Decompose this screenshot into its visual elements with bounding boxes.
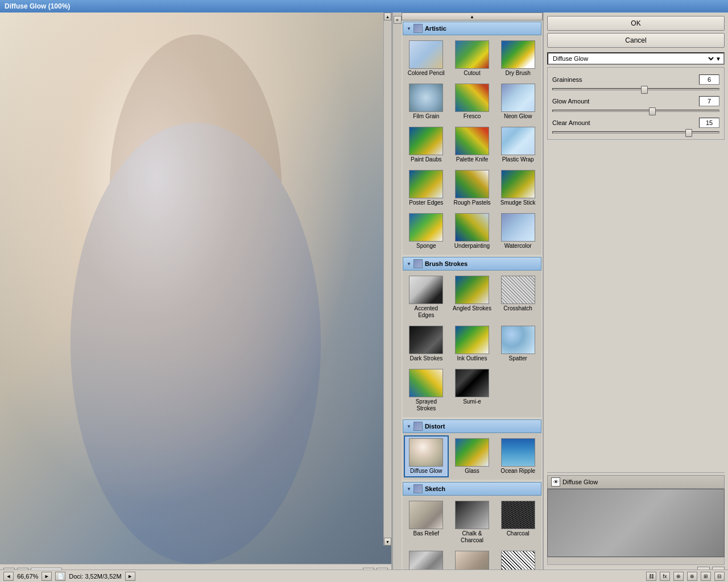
graininess-value[interactable] bbox=[699, 74, 719, 85]
filter-item-neon-glow[interactable]: Neon Glow bbox=[495, 81, 540, 123]
ok-button[interactable]: OK bbox=[547, 16, 725, 31]
category-header-distort[interactable]: ▼ Distort bbox=[403, 419, 541, 433]
status-icon-2[interactable]: fx bbox=[660, 572, 670, 581]
filter-label-cutout: Cutout bbox=[464, 70, 480, 77]
filter-label-sumi-e: Sumi-e bbox=[463, 398, 481, 405]
filter-label-bas-relief: Bas Relief bbox=[413, 530, 440, 537]
filter-label-accented-edges: Accented Edges bbox=[406, 305, 446, 319]
preview-scroll-up[interactable]: ▲ bbox=[384, 13, 391, 20]
clear-amount-slider[interactable] bbox=[552, 131, 719, 134]
filter-item-crosshatch[interactable]: Crosshatch bbox=[495, 273, 540, 322]
filter-item-rough-pastels[interactable]: Rough Pastels bbox=[450, 167, 495, 209]
filter-item-spatter[interactable]: Spatter bbox=[495, 323, 540, 365]
filter-item-angled-strokes[interactable]: Angled Strokes bbox=[450, 273, 495, 322]
filter-thumb-fresco bbox=[455, 84, 489, 112]
filter-item-underpainting[interactable]: Underpainting bbox=[450, 210, 495, 252]
glow-amount-value[interactable] bbox=[699, 96, 719, 106]
category-arrow: ▼ bbox=[407, 261, 411, 267]
filter-panel: ▲ ▼ Artistic Colored Pencil Cutout Dry B… bbox=[402, 13, 544, 582]
filter-item-smudge-stick[interactable]: Smudge Stick bbox=[495, 167, 540, 209]
glow-amount-header: Glow Amount bbox=[552, 96, 719, 106]
clear-amount-value[interactable] bbox=[699, 118, 719, 128]
filter-item-ocean-ripple[interactable]: Ocean Ripple bbox=[495, 435, 540, 477]
filter-scroll[interactable]: ▼ Artistic Colored Pencil Cutout Dry Bru… bbox=[402, 20, 543, 574]
filter-item-diffuse-glow[interactable]: Diffuse Glow bbox=[404, 435, 449, 477]
clear-amount-thumb[interactable] bbox=[685, 129, 692, 137]
dropdown-arrow-icon: ▼ bbox=[715, 56, 721, 62]
category-arrow: ▼ bbox=[407, 424, 411, 429]
preview-scroll-down[interactable]: ▼ bbox=[384, 538, 391, 546]
filter-item-bas-relief[interactable]: Bas Relief bbox=[404, 498, 449, 547]
filter-item-sumi-e[interactable]: Sumi-e bbox=[450, 366, 495, 415]
title-text: Diffuse Glow (100%) bbox=[5, 2, 70, 10]
filter-item-plastic-wrap[interactable]: Plastic Wrap bbox=[495, 124, 540, 166]
glow-amount-thumb[interactable] bbox=[649, 107, 656, 115]
status-doc: Doci: 3,52M/3,52M bbox=[69, 573, 121, 580]
filter-item-palette-knife[interactable]: Palette Knife bbox=[450, 124, 495, 166]
status-doc-btn[interactable]: 📄 bbox=[55, 572, 65, 581]
filter-label-rough-pastels: Rough Pastels bbox=[453, 199, 490, 206]
filter-thumb-ocean-ripple bbox=[501, 438, 535, 467]
category-header-brush-strokes[interactable]: ▼ Brush Strokes bbox=[403, 257, 541, 271]
effect-dropdown[interactable]: Diffuse Glow Glass Ocean Ripple ▼ bbox=[547, 52, 725, 65]
collapse-button[interactable]: « bbox=[394, 16, 402, 24]
eye-icon-button[interactable]: 👁 bbox=[551, 477, 560, 487]
effect-preview-thumbnail bbox=[547, 489, 725, 557]
cancel-button[interactable]: Cancel bbox=[547, 33, 725, 48]
filter-item-dry-brush[interactable]: Dry Brush bbox=[495, 38, 540, 80]
filter-item-chalk-charcoal[interactable]: Chalk & Charcoal bbox=[450, 498, 495, 547]
glow-amount-slider[interactable] bbox=[552, 110, 719, 112]
graininess-slider[interactable] bbox=[552, 88, 719, 90]
graininess-thumb[interactable] bbox=[641, 86, 648, 94]
filter-item-accented-edges[interactable]: Accented Edges bbox=[404, 273, 449, 322]
filter-label-ink-outlines: Ink Outlines bbox=[457, 355, 487, 362]
category-icon bbox=[413, 422, 423, 431]
filter-item-sprayed-strokes[interactable]: Sprayed Strokes bbox=[404, 366, 449, 415]
category-header-sketch[interactable]: ▼ Sketch bbox=[403, 482, 541, 496]
filter-scroll-top[interactable]: ▲ bbox=[402, 13, 543, 20]
preview-area: ▲ ▼ ◄ ► 25% 50% 66% 100% 200% ◄ ► bbox=[0, 13, 392, 582]
preview-image bbox=[0, 13, 391, 564]
filter-thumb-dry-brush bbox=[501, 40, 535, 69]
effect-select[interactable]: Diffuse Glow Glass Ocean Ripple bbox=[551, 55, 715, 63]
status-icon-5[interactable]: ⊞ bbox=[701, 572, 711, 581]
status-icon-6[interactable]: ⊟ bbox=[714, 572, 725, 581]
clear-amount-header: Clear Amount bbox=[552, 118, 719, 128]
filter-item-watercolor[interactable]: Watercolor bbox=[495, 210, 540, 252]
status-bar: ◄ 66,67% ► 📄 Doci: 3,52M/3,52M ► ⛓ fx ⊕ … bbox=[0, 569, 728, 582]
status-icon-3[interactable]: ⊕ bbox=[673, 572, 684, 581]
status-icon-4[interactable]: ⊗ bbox=[687, 572, 697, 581]
status-icon-1[interactable]: ⛓ bbox=[646, 572, 656, 581]
filter-item-sponge[interactable]: Sponge bbox=[404, 210, 449, 252]
glow-amount-param: Glow Amount bbox=[552, 96, 719, 114]
filter-item-cutout[interactable]: Cutout bbox=[450, 38, 495, 80]
preview-mini-scroll[interactable] bbox=[547, 557, 725, 565]
glow-amount-label: Glow Amount bbox=[552, 98, 589, 105]
filter-item-poster-edges[interactable]: Poster Edges bbox=[404, 167, 449, 209]
effect-preview-header: 👁 Diffuse Glow bbox=[547, 475, 725, 489]
status-arrow-right[interactable]: ► bbox=[125, 572, 135, 581]
filter-thumb-glass bbox=[455, 438, 489, 467]
status-nav-right[interactable]: ► bbox=[42, 572, 52, 581]
filter-item-fresco[interactable]: Fresco bbox=[450, 81, 495, 123]
filter-item-ink-outlines[interactable]: Ink Outlines bbox=[450, 323, 495, 365]
filter-thumb-smudge-stick bbox=[501, 170, 535, 198]
filter-item-film-grain[interactable]: Film Grain bbox=[404, 81, 449, 123]
filter-item-charcoal[interactable]: Charcoal bbox=[495, 498, 540, 547]
category-icon bbox=[413, 24, 423, 33]
category-header-artistic[interactable]: ▼ Artistic bbox=[403, 22, 541, 35]
filter-thumb-colored-pencil bbox=[409, 40, 443, 69]
collapse-area[interactable]: « bbox=[392, 13, 402, 582]
filter-item-colored-pencil[interactable]: Colored Pencil bbox=[404, 38, 449, 80]
category-arrow: ▼ bbox=[407, 26, 411, 31]
effect-preview-section: 👁 Diffuse Glow ↙ ↗ bbox=[547, 472, 725, 579]
filter-label-colored-pencil: Colored Pencil bbox=[408, 70, 445, 77]
filter-item-dark-strokes[interactable]: Dark Strokes bbox=[404, 323, 449, 365]
preview-scrollbar-v[interactable]: ▲ ▼ bbox=[383, 13, 391, 546]
filter-label-underpainting: Underpainting bbox=[454, 243, 490, 250]
filter-thumb-bas-relief bbox=[409, 501, 443, 529]
filter-item-paint-daubs[interactable]: Paint Daubs bbox=[404, 124, 449, 166]
filter-item-glass[interactable]: Glass bbox=[450, 435, 495, 477]
status-nav-left[interactable]: ◄ bbox=[3, 572, 14, 581]
filter-label-crosshatch: Crosshatch bbox=[503, 305, 532, 312]
